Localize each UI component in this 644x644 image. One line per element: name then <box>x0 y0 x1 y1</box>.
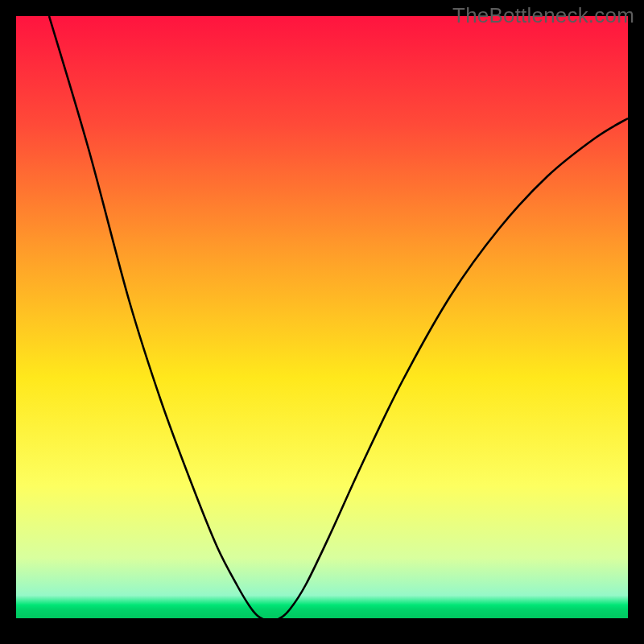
min-marker <box>250 619 282 630</box>
chart-svg <box>0 0 644 644</box>
plot-background <box>16 16 628 618</box>
chart-canvas: TheBottleneck.com <box>0 0 644 644</box>
